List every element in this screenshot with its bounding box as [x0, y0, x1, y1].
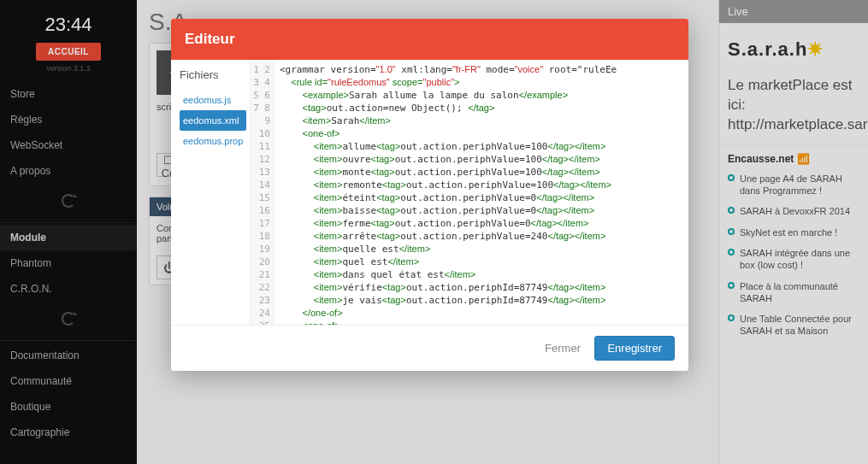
close-button[interactable]: Fermer — [534, 337, 591, 360]
file-item[interactable]: eedomus.xml — [180, 110, 246, 131]
file-item[interactable]: eedomus.js — [180, 90, 246, 110]
save-button[interactable]: Enregistrer — [594, 336, 675, 361]
modal-title: Editeur — [171, 19, 688, 60]
file-item[interactable]: eedomus.prop — [180, 131, 246, 151]
line-gutter: 1 2 3 4 5 6 7 8 9 10 11 12 13 14 15 16 1… — [251, 60, 275, 325]
code-editor[interactable]: 1 2 3 4 5 6 7 8 9 10 11 12 13 14 15 16 1… — [250, 60, 688, 325]
files-pane: Fichiers eedomus.jseedomus.xmleedomus.pr… — [171, 60, 250, 325]
files-label: Fichiers — [180, 68, 246, 81]
code-area[interactable]: <grammar version="1.0" xml:lang="fr-FR" … — [275, 60, 688, 325]
editor-modal: Editeur Fichiers eedomus.jseedomus.xmlee… — [171, 19, 688, 371]
